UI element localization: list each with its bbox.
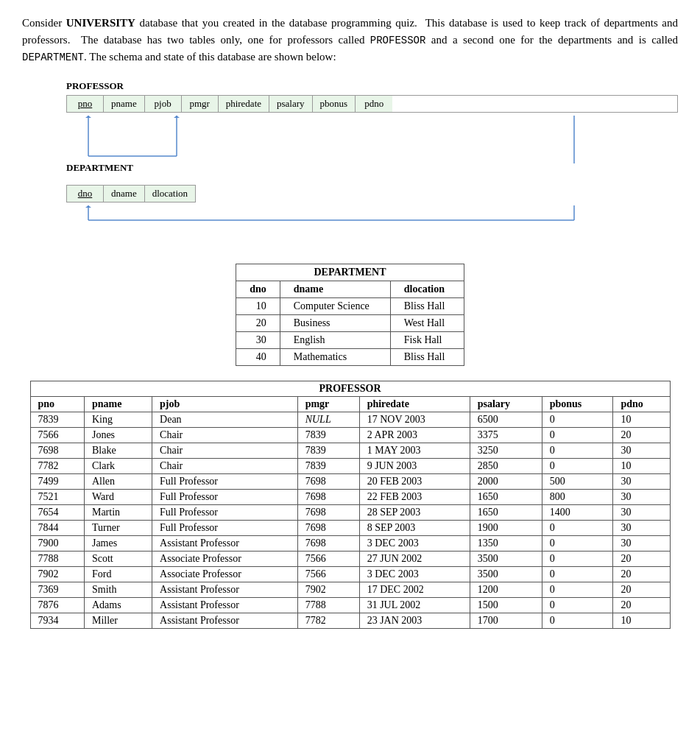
department-code: DEPARTMENT xyxy=(22,52,84,63)
professor-code: PROFESSOR xyxy=(370,35,426,46)
prof-cell-pdno: 30 xyxy=(613,535,670,551)
table-row: 7654MartinFull Professor769828 SEP 20031… xyxy=(30,504,670,520)
prof-header-pdno: pdno xyxy=(613,396,670,412)
dept-cell-dlocation: Bliss Hall xyxy=(390,297,464,314)
prof-cell-pmgr: NULL xyxy=(297,412,359,427)
prof-cell-pbonus: 800 xyxy=(542,489,613,504)
prof-col-pno: pno xyxy=(67,96,104,112)
prof-cell-phiredate: 28 SEP 2003 xyxy=(359,504,470,520)
table-row: 7566JonesChair78392 APR 20033375020 xyxy=(30,427,670,443)
svg-marker-4 xyxy=(174,116,180,118)
prof-cell-phiredate: 3 DEC 2003 xyxy=(359,535,470,551)
prof-cell-pdno: 20 xyxy=(613,427,670,443)
prof-cell-pdno: 10 xyxy=(613,613,670,628)
prof-cell-psalary: 1650 xyxy=(470,504,542,520)
prof-cell-pdno: 30 xyxy=(613,473,670,489)
table-row: 7902FordAssociate Professor75663 DEC 200… xyxy=(30,566,670,582)
prof-cell-pmgr: 7698 xyxy=(297,535,359,551)
dept-cell-dlocation: Bliss Hall xyxy=(390,348,464,365)
department-schema-table: dno dname dlocation xyxy=(66,185,196,202)
prof-cell-pjob: Full Professor xyxy=(152,473,298,489)
professor-data-table: PROFESSOR pno pname pjob pmgr phiredate … xyxy=(30,381,671,629)
prof-cell-phiredate: 31 JUL 2002 xyxy=(359,597,470,613)
prof-cell-pmgr: 7566 xyxy=(297,551,359,566)
prof-cell-psalary: 1700 xyxy=(470,613,542,628)
prof-cell-pdno: 20 xyxy=(613,597,670,613)
prof-cell-phiredate: 17 DEC 2002 xyxy=(359,582,470,597)
prof-cell-pbonus: 500 xyxy=(542,473,613,489)
prof-cell-pmgr: 7698 xyxy=(297,504,359,520)
professor-schema-table: pno pname pjob pmgr phiredate psalary pb… xyxy=(66,95,678,113)
table-row: 7782ClarkChair78399 JUN 20032850010 xyxy=(30,458,670,473)
prof-cell-pname: Blake xyxy=(84,443,152,458)
prof-cell-pname: Allen xyxy=(84,473,152,489)
prof-cell-pname: Miller xyxy=(84,613,152,628)
prof-cell-pdno: 10 xyxy=(613,458,670,473)
table-row: 7844TurnerFull Professor76988 SEP 200319… xyxy=(30,520,670,535)
prof-cell-pdno: 20 xyxy=(613,551,670,566)
prof-cell-pmgr: 7698 xyxy=(297,473,359,489)
prof-cell-pno: 7934 xyxy=(30,613,84,628)
prof-header-phiredate: phiredate xyxy=(359,396,470,412)
dept-cell-dno: 20 xyxy=(236,314,280,331)
prof-cell-pjob: Associate Professor xyxy=(152,551,298,566)
prof-col-phiredate: phiredate xyxy=(219,96,269,112)
prof-cell-pname: Jones xyxy=(84,427,152,443)
prof-cell-pbonus: 0 xyxy=(542,566,613,582)
prof-header-pbonus: pbonus xyxy=(542,396,613,412)
prof-cell-pmgr: 7839 xyxy=(297,443,359,458)
prof-col-pname: pname xyxy=(104,96,145,112)
prof-cell-pname: Adams xyxy=(84,597,152,613)
prof-cell-phiredate: 1 MAY 2003 xyxy=(359,443,470,458)
table-row: 7499AllenFull Professor769820 FEB 200320… xyxy=(30,473,670,489)
prof-header-pname: pname xyxy=(84,396,152,412)
prof-cell-pno: 7839 xyxy=(30,412,84,427)
prof-cell-pmgr: 7698 xyxy=(297,489,359,504)
prof-cell-pbonus: 0 xyxy=(542,613,613,628)
table-row: 20BusinessWest Hall xyxy=(236,314,464,331)
prof-cell-phiredate: 22 FEB 2003 xyxy=(359,489,470,504)
prof-cell-pbonus: 0 xyxy=(542,412,613,427)
university-bold: UNIVERSITY xyxy=(66,17,135,29)
prof-cell-pno: 7902 xyxy=(30,566,84,582)
prof-cell-pjob: Chair xyxy=(152,458,298,473)
prof-cell-pno: 7782 xyxy=(30,458,84,473)
prof-cell-pbonus: 0 xyxy=(542,582,613,597)
table-row: 7698BlakeChair78391 MAY 20033250030 xyxy=(30,443,670,458)
dept-header-dname: dname xyxy=(280,281,390,297)
table-row: 7369SmithAssistant Professor790217 DEC 2… xyxy=(30,582,670,597)
dept-col-dno: dno xyxy=(67,186,104,202)
prof-col-psalary: psalary xyxy=(269,96,313,112)
prof-cell-pmgr: 7698 xyxy=(297,520,359,535)
prof-cell-pname: Scott xyxy=(84,551,152,566)
prof-cell-pno: 7654 xyxy=(30,504,84,520)
prof-cell-phiredate: 2 APR 2003 xyxy=(359,427,470,443)
prof-cell-pmgr: 7839 xyxy=(297,427,359,443)
prof-cell-psalary: 1650 xyxy=(470,489,542,504)
dept-cell-dno: 10 xyxy=(236,297,280,314)
prof-cell-phiredate: 9 JUN 2003 xyxy=(359,458,470,473)
prof-cell-pbonus: 1400 xyxy=(542,504,613,520)
svg-marker-9 xyxy=(85,205,91,208)
dept-cell-dlocation: West Hall xyxy=(390,314,464,331)
prof-cell-pjob: Full Professor xyxy=(152,520,298,535)
prof-cell-pno: 7788 xyxy=(30,551,84,566)
dept-col-dname: dname xyxy=(104,186,145,202)
intro-paragraph: Consider UNIVERSITY database that you cr… xyxy=(22,15,678,66)
prof-cell-psalary: 1900 xyxy=(470,520,542,535)
prof-cell-pname: Turner xyxy=(84,520,152,535)
tables-area: DEPARTMENT dno dname dlocation 10Compute… xyxy=(22,264,678,629)
prof-cell-pdno: 30 xyxy=(613,443,670,458)
prof-cell-pjob: Full Professor xyxy=(152,504,298,520)
dept-cell-dlocation: Fisk Hall xyxy=(390,331,464,348)
table-row: 10Computer ScienceBliss Hall xyxy=(236,297,464,314)
dept-cell-dname: Computer Science xyxy=(280,297,390,314)
dept-col-dlocation: dlocation xyxy=(145,186,195,202)
prof-cell-pno: 7900 xyxy=(30,535,84,551)
schema-dept-arrow-svg xyxy=(66,205,618,246)
prof-cell-pdno: 30 xyxy=(613,504,670,520)
prof-cell-pbonus: 0 xyxy=(542,443,613,458)
prof-cell-phiredate: 3 DEC 2003 xyxy=(359,566,470,582)
prof-cell-pbonus: 0 xyxy=(542,520,613,535)
dept-header-dno: dno xyxy=(236,281,280,297)
